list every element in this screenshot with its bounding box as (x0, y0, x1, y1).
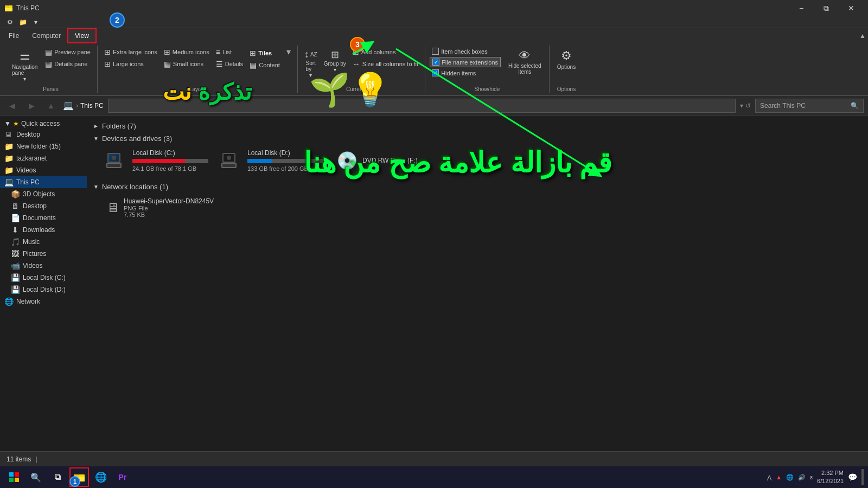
taskbar-chevron-up[interactable]: ⋀ (767, 474, 771, 480)
network-section-header[interactable]: ▼ Network locations (1) (93, 183, 861, 191)
search-box[interactable]: Search This PC 🔍 (755, 99, 864, 113)
search-icon[interactable]: 🔍 (851, 102, 859, 110)
item-check-boxes-row[interactable]: Item check boxes (430, 47, 501, 56)
sidebar-item-desktop2[interactable]: 🖥 Desktop (0, 200, 87, 212)
item-check-boxes-checkbox[interactable] (432, 48, 439, 55)
address-path-box[interactable] (108, 99, 736, 113)
sidebar-item-this-pc[interactable]: 💻 This PC (0, 176, 87, 188)
sidebar-item-desktop[interactable]: 🖥 Desktop (0, 129, 87, 140)
back-button[interactable]: ◀ (4, 98, 20, 113)
small-icons-button[interactable]: ▦ Small icons (162, 59, 212, 69)
add-columns-label: Add columns (361, 49, 396, 55)
qat-new-folder-icon[interactable]: 📁 (17, 17, 28, 28)
extra-large-icons-button[interactable]: ⊞ Extra large icons (102, 47, 159, 57)
qat-dropdown-icon[interactable]: ▾ (30, 17, 41, 28)
drive-c-item[interactable]: Local Disk (C:) 24.1 GB free of 78.1 GB (104, 147, 213, 174)
tab-file[interactable]: File (2, 28, 25, 43)
group-by-button[interactable]: ⊞ Group by ▾ (322, 47, 348, 75)
local-disk-d-label: Local Disk (D:) (23, 286, 66, 293)
close-button[interactable]: ✕ (839, 0, 864, 16)
sidebar-item-network[interactable]: 🌐 Network (0, 296, 87, 307)
breadcrumb-path: This PC (80, 102, 104, 110)
documents-label: Documents (23, 214, 56, 222)
options-label: Options (557, 64, 576, 70)
devices-section-header[interactable]: ▼ Devices and drives (3) (93, 134, 861, 143)
hide-selected-icon: 👁 (519, 49, 531, 63)
navigation-pane-button[interactable]: ⚌ Navigationpane ▾ (9, 47, 41, 84)
sidebar-item-downloads[interactable]: ⬇ Downloads (0, 224, 87, 236)
details-pane-button[interactable]: ▦ Details pane (43, 59, 93, 69)
sidebar-item-videos-quick[interactable]: 📁 Videos (0, 164, 87, 176)
preview-pane-icon: ▤ (45, 48, 52, 56)
taskbar-clock[interactable]: 2:32 PM 6/12/2021 (817, 469, 844, 486)
options-group-label: Options (554, 86, 579, 92)
file-explorer-icon (4, 4, 13, 12)
chrome-taskbar-button[interactable]: 🌐 (91, 467, 111, 487)
layout-expand-button[interactable]: ▾ (284, 47, 293, 57)
file-name-extensions-checkbox[interactable]: ✓ (432, 59, 439, 66)
taskbar-show-desktop[interactable] (861, 469, 864, 485)
dropdown-arrow-icon[interactable]: ▾ (740, 102, 743, 110)
devices-header-label: Devices and drives (3) (102, 134, 172, 143)
dvd-drive-item[interactable]: 💿 DVD RW Drive (F:) (334, 147, 443, 174)
hide-selected-items-button[interactable]: 👁 Hide selecteditems (505, 47, 545, 83)
local-disk-d-icon: 💾 (11, 285, 20, 294)
preview-pane-button[interactable]: ▤ Preview pane (43, 47, 93, 57)
videos2-icon: 📹 (11, 261, 20, 270)
sidebar-item-videos2[interactable]: 📹 Videos (0, 260, 87, 272)
network-item-info: Huawei-SuperVector-DN8245V PNG File 7.75… (124, 197, 214, 218)
layout-small-buttons-3: ≡ List ☰ Details (214, 47, 246, 69)
drive-c-name: Local Disk (C:) (132, 149, 208, 157)
sidebar-item-3d-objects[interactable]: 📦 3D Objects (0, 188, 87, 200)
folders-section-header[interactable]: ► Folders (7) (93, 122, 861, 130)
premiere-taskbar-button[interactable]: Pr (113, 467, 132, 487)
hidden-items-row[interactable]: ✓ Hidden items (430, 68, 501, 78)
tab-view[interactable]: View (67, 28, 97, 43)
search-taskbar-button[interactable]: 🔍 (26, 467, 46, 487)
this-pc-icon: 💻 (4, 178, 13, 187)
file-explorer-taskbar-button[interactable]: 1 (69, 467, 89, 487)
minimize-button[interactable]: − (789, 0, 814, 16)
ribbon-collapse-icon[interactable]: ▲ (859, 32, 866, 40)
sidebar-item-documents[interactable]: 📄 Documents (0, 212, 87, 224)
list-button[interactable]: ≡ List (214, 47, 246, 57)
sidebar-item-tazkaranet[interactable]: 📁 tazkaranet (0, 152, 87, 164)
ribbon-group-panes: ⚌ Navigationpane ▾ ▤ Preview pane ▦ Deta… (4, 46, 98, 93)
network-item-huawei[interactable]: 🖥 Huawei-SuperVector-DN8245V PNG File 7.… (104, 195, 216, 220)
window-title: This PC (16, 4, 40, 12)
desktop-icon: 🖥 (4, 130, 13, 139)
notification-icon[interactable]: 💬 (848, 473, 857, 481)
drive-d-item[interactable]: Local Disk (D:) 133 GB free of 200 GB (219, 147, 328, 174)
refresh-icon[interactable]: ↺ (745, 102, 751, 110)
medium-icons-button[interactable]: ⊞ Medium icons (162, 47, 212, 57)
add-columns-button[interactable]: ⊞ Add columns (350, 47, 420, 57)
sidebar-item-music[interactable]: 🎵 Music (0, 236, 87, 248)
sort-by-button[interactable]: ↕ AZ Sortby ▾ (302, 47, 320, 80)
task-view-button[interactable]: ⧉ (48, 467, 67, 487)
options-button[interactable]: ⚙ Options (554, 47, 579, 72)
downloads-icon: ⬇ (11, 226, 20, 234)
content-button[interactable]: ▤ Content (247, 60, 282, 70)
forward-button[interactable]: ▶ (24, 98, 39, 113)
qat-properties-icon[interactable]: ⚙ (4, 17, 15, 28)
videos2-label: Videos (23, 262, 42, 269)
quick-access-section[interactable]: ▼ ★ Quick access (0, 118, 87, 129)
hidden-items-checkbox[interactable]: ✓ (432, 69, 439, 76)
sidebar-item-pictures[interactable]: 🖼 Pictures (0, 248, 87, 260)
layout-group-label: Layout (102, 86, 293, 92)
large-icons-button[interactable]: ⊞ Large icons (102, 59, 159, 69)
maximize-button[interactable]: ⧉ (814, 0, 839, 16)
start-button[interactable] (4, 467, 24, 487)
sidebar-item-new-folder[interactable]: 📁 New folder (15) (0, 140, 87, 152)
size-columns-button[interactable]: ↔ Size all columns to fit (350, 59, 420, 69)
extra-large-icons-icon: ⊞ (104, 48, 111, 56)
svg-point-11 (227, 156, 231, 160)
tab-computer[interactable]: Computer (25, 28, 67, 43)
details-button[interactable]: ☰ Details (214, 59, 246, 69)
sidebar-item-local-disk-d[interactable]: 💾 Local Disk (D:) (0, 284, 87, 296)
sidebar-item-local-disk-c[interactable]: 💾 Local Disk (C:) (0, 272, 87, 284)
file-name-extensions-row[interactable]: ✓ File name extensions (430, 57, 501, 67)
videos-quick-icon: 📁 (4, 166, 13, 175)
tiles-button[interactable]: ⊞ Tiles (247, 48, 282, 59)
up-button[interactable]: ▲ (43, 98, 59, 113)
